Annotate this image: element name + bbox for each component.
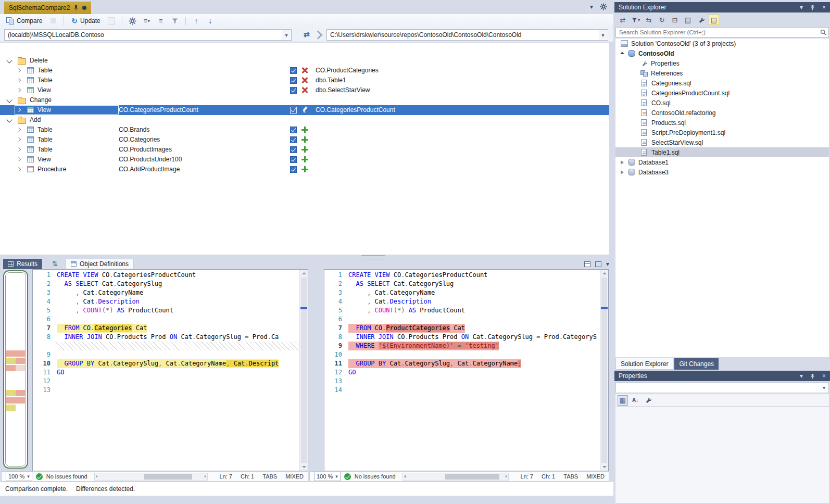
tree-item-contosoold-refactorlog[interactable]: ContosoOld.refactorlog: [615, 108, 829, 118]
tab-solution-explorer[interactable]: Solution Explorer: [615, 358, 673, 370]
window-maximize-icon[interactable]: [595, 261, 601, 267]
include-checkbox[interactable]: [290, 166, 297, 173]
search-input[interactable]: [616, 29, 820, 35]
collapsed-arrow-icon[interactable]: [621, 170, 624, 174]
tree-item-contosoold[interactable]: ContosoOld: [615, 48, 829, 58]
stop-comparison-icon[interactable]: [48, 16, 58, 26]
collapse-chevron-icon[interactable]: [6, 117, 12, 122]
tree-item-categoriesproductcount-sql[interactable]: CategoriesProductCount.sql: [615, 88, 829, 98]
tree-item-references[interactable]: References: [615, 68, 829, 78]
sort-updown-icon[interactable]: ⇅: [52, 260, 58, 268]
next-difference-icon[interactable]: ↓: [205, 16, 216, 26]
pin-icon[interactable]: [810, 5, 815, 10]
show-all-files-icon[interactable]: ▤: [683, 15, 693, 25]
include-checkbox[interactable]: [290, 87, 297, 94]
zoom-combo[interactable]: 100 % ▾: [314, 472, 341, 481]
tree-item-products-sql[interactable]: Products.sql: [615, 118, 829, 128]
tab-git-changes[interactable]: Git Changes: [674, 358, 719, 370]
include-checkbox[interactable]: [290, 136, 297, 143]
group-row[interactable]: Delete: [0, 56, 609, 66]
include-checkbox[interactable]: [290, 156, 297, 163]
source-database-combo[interactable]: (localdb)\MSSQLLocalDB.Contoso ▾: [4, 29, 292, 41]
properties-wrench-icon[interactable]: [696, 15, 706, 25]
group-row[interactable]: Add: [0, 115, 609, 125]
target-project-combo[interactable]: C:\Users\drskwier\source\repos\ContosoOl…: [326, 29, 608, 41]
expand-chevron-icon[interactable]: [17, 147, 21, 152]
compare-button[interactable]: Compare: [4, 16, 44, 26]
properties-object-combo[interactable]: ▾: [615, 382, 829, 393]
compare-row[interactable]: TableCO.Brands: [0, 125, 609, 135]
chevron-down-icon[interactable]: ▾: [599, 30, 607, 40]
search-icon[interactable]: [820, 29, 826, 35]
group-results-icon[interactable]: ≡▾: [142, 16, 152, 26]
alphabetical-sort-icon[interactable]: A↓: [630, 395, 640, 406]
options-gear-icon[interactable]: [128, 16, 138, 26]
compare-row[interactable]: Viewdbo.SelectStarView: [0, 85, 609, 95]
horizontal-scrollbar[interactable]: [94, 473, 208, 481]
tree-item-database3[interactable]: Database3: [615, 167, 829, 177]
close-icon[interactable]: ×: [822, 4, 826, 11]
window-position-chevron-icon[interactable]: ▾: [800, 372, 803, 380]
expand-chevron-icon[interactable]: [17, 68, 21, 72]
tab-results[interactable]: Results: [3, 259, 42, 269]
collapse-chevron-icon[interactable]: [6, 97, 12, 103]
horizontal-scrollbar[interactable]: [403, 473, 509, 481]
expand-chevron-icon[interactable]: [17, 128, 21, 132]
scrollbar-thumb[interactable]: [144, 474, 192, 480]
vertical-scrollbar[interactable]: [600, 270, 608, 471]
include-checkbox[interactable]: [290, 67, 297, 74]
scroll-right-icon[interactable]: [506, 475, 507, 478]
collapse-all-icon[interactable]: ⊟: [670, 15, 680, 25]
scroll-up-icon[interactable]: [600, 270, 608, 277]
previous-difference-icon[interactable]: ↑: [191, 16, 202, 26]
chevron-down-icon[interactable]: ▾: [282, 30, 291, 40]
window-position-chevron-icon[interactable]: ▾: [800, 4, 803, 11]
compare-row[interactable]: ViewCO.ProductsUnder100: [0, 155, 609, 165]
scrollbar-thumb[interactable]: [601, 278, 607, 463]
filter-icon[interactable]: [170, 16, 180, 26]
include-checkbox[interactable]: [290, 127, 297, 133]
properties-header[interactable]: Properties ▾ ×: [614, 371, 830, 381]
target-definition-editor[interactable]: 1CREATE VIEW CO.CategoriesProductCount2 …: [324, 269, 609, 471]
sort-results-icon[interactable]: ≡: [156, 16, 166, 26]
scroll-down-icon[interactable]: [600, 463, 608, 471]
include-checkbox[interactable]: [290, 77, 297, 84]
zoom-combo[interactable]: 100 % ▾: [6, 472, 32, 481]
tree-item-properties[interactable]: Properties: [615, 58, 829, 68]
pin-icon[interactable]: [810, 373, 815, 379]
sync-icon[interactable]: ⇆: [644, 15, 654, 25]
compare-row[interactable]: TableCO.Categories: [0, 135, 609, 145]
gear-icon[interactable]: [600, 3, 607, 10]
include-checkbox[interactable]: [290, 107, 297, 114]
collapsed-arrow-icon[interactable]: [621, 160, 624, 165]
include-checkbox[interactable]: [290, 146, 297, 153]
tab-overflow-chevron-icon[interactable]: ▾: [590, 3, 593, 10]
scroll-left-icon[interactable]: [404, 475, 406, 478]
solution-explorer-header[interactable]: Solution Explorer ▾ ×: [614, 2, 830, 12]
refresh-icon[interactable]: ↻: [657, 15, 667, 25]
tree-item-table1-sql[interactable]: Table1.sql: [615, 147, 829, 157]
scroll-left-icon[interactable]: [96, 475, 97, 478]
vertical-scrollbar[interactable]: [299, 270, 308, 471]
window-split-icon[interactable]: [584, 261, 590, 267]
preview-selected-items-icon[interactable]: ▤: [709, 15, 719, 25]
group-row[interactable]: Change: [0, 95, 609, 105]
tree-item-script-predeployment1-sql[interactable]: Script.PreDeployment1.sql: [615, 128, 829, 137]
filter-dropdown-icon[interactable]: ▾: [631, 15, 641, 25]
expand-chevron-icon[interactable]: [17, 157, 21, 161]
generate-script-icon[interactable]: [106, 16, 117, 26]
expanded-arrow-icon[interactable]: [620, 52, 624, 56]
pin-icon[interactable]: [73, 5, 79, 11]
tree-item-selectstarview-sql[interactable]: SelectStarView.sql: [615, 137, 829, 147]
chevron-down-icon[interactable]: ▾: [606, 260, 609, 268]
scroll-down-icon[interactable]: [300, 463, 308, 471]
collapse-chevron-icon[interactable]: [6, 57, 12, 63]
property-pages-wrench-icon[interactable]: [643, 395, 653, 406]
switch-direction-icon[interactable]: ⇄: [304, 30, 310, 39]
tree-item-solution-contosoold-3-of-3-projects-[interactable]: Solution 'ContosoOld' (3 of 3 projects): [615, 39, 829, 48]
expand-chevron-icon[interactable]: [17, 88, 21, 92]
scroll-right-icon[interactable]: [205, 475, 206, 478]
scrollbar-thumb[interactable]: [445, 474, 499, 480]
compare-row[interactable]: ViewCO.CategoriesProductCountCO.Categori…: [0, 105, 609, 115]
categorized-icon[interactable]: ▦: [618, 395, 628, 406]
